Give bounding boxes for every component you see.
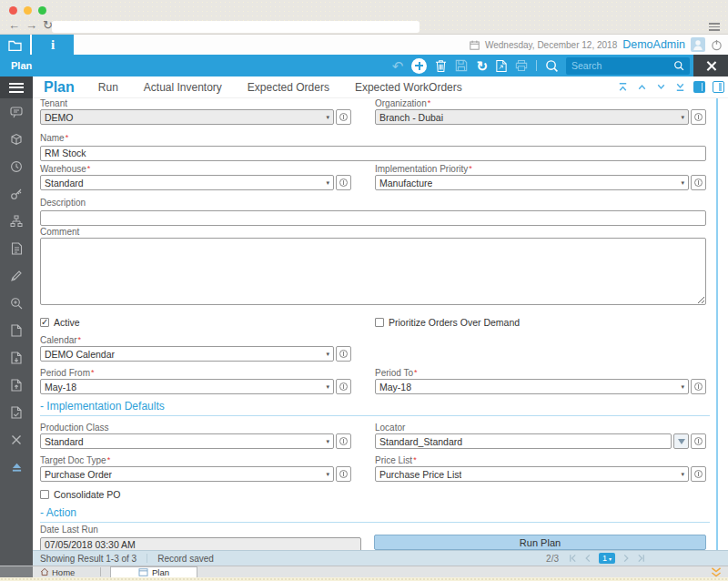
panel-splitter[interactable] <box>716 98 718 550</box>
previous-page-icon[interactable] <box>583 554 592 563</box>
toolbar-search <box>566 57 690 75</box>
implementation-priority-info-button[interactable] <box>691 175 706 190</box>
add-record-icon[interactable] <box>411 58 427 74</box>
locator-input[interactable]: Standard_Standard <box>375 433 672 449</box>
next-page-icon[interactable] <box>622 554 631 563</box>
warehouse-select[interactable]: Standard▾ <box>40 175 334 190</box>
header-date: Wednesday, December 12, 2018 <box>485 40 617 50</box>
period-from-select[interactable]: May-18▾ <box>40 379 334 394</box>
organization-select[interactable]: Branch - Dubai▾ <box>375 109 689 125</box>
locator-dropdown-button[interactable] <box>673 433 689 449</box>
period-to-select[interactable]: May-18▾ <box>375 379 689 394</box>
tenant-info-button[interactable] <box>336 109 351 125</box>
window-close-button[interactable] <box>9 6 17 15</box>
tab-plan-active[interactable]: Plan <box>44 79 75 96</box>
home-tab[interactable]: Home <box>40 566 75 577</box>
dropdown-caret-icon: ▾ <box>681 114 684 121</box>
window-list-tab[interactable] <box>0 35 30 55</box>
user-name[interactable]: DemoAdmin <box>622 38 685 51</box>
file-check-icon[interactable] <box>0 399 33 426</box>
last-page-icon[interactable] <box>637 554 646 563</box>
next-record-icon[interactable] <box>655 81 667 93</box>
run-plan-button[interactable]: Run Plan <box>374 535 706 550</box>
form-view-icon[interactable] <box>693 81 705 93</box>
toolbar-separator <box>536 60 537 71</box>
section-implementation-defaults[interactable]: - Implementation Defaults <box>40 400 710 416</box>
save-icon[interactable] <box>455 59 468 72</box>
last-record-icon[interactable] <box>674 81 686 93</box>
grid-view-icon[interactable] <box>713 81 724 93</box>
field-label: Target Doc Type* <box>40 455 351 465</box>
status-divider <box>147 554 147 563</box>
logout-power-icon[interactable] <box>711 39 723 51</box>
tab-actual-inventory[interactable]: Actual Inventory <box>144 81 222 94</box>
close-window-button[interactable] <box>693 55 728 76</box>
browser-back-button[interactable]: ← <box>8 18 20 32</box>
expand-chevrons-icon[interactable] <box>710 567 723 577</box>
close-icon[interactable] <box>0 426 33 454</box>
home-logo-tab[interactable]: i <box>32 35 74 55</box>
field-label: Tenant* <box>40 98 351 108</box>
production-class-info-button[interactable] <box>336 433 351 449</box>
target-doc-type-info-button[interactable] <box>336 466 351 482</box>
production-class-select[interactable]: Standard▾ <box>40 433 334 449</box>
print-icon[interactable] <box>515 59 528 72</box>
undo-icon[interactable]: ↶ <box>392 59 404 73</box>
window-zoom-button[interactable] <box>38 6 46 15</box>
target-doc-type-select[interactable]: Purchase Order▾ <box>40 466 334 482</box>
name-input[interactable] <box>40 146 706 161</box>
export-file-icon[interactable] <box>496 59 507 73</box>
price-list-info-button[interactable] <box>691 466 706 482</box>
period-from-info-button[interactable] <box>336 379 351 394</box>
history-icon[interactable] <box>0 153 33 180</box>
tab-expected-orders[interactable]: Expected Orders <box>248 81 329 94</box>
package-icon[interactable] <box>0 126 33 153</box>
plan-window-tab[interactable]: Plan <box>110 566 197 577</box>
period-to-info-button[interactable] <box>691 379 706 394</box>
page-select[interactable]: 1▾ <box>599 553 615 564</box>
locator-info-button[interactable] <box>691 433 706 449</box>
advanced-search-icon[interactable] <box>545 59 559 73</box>
consolidate-po-checkbox[interactable] <box>40 490 49 499</box>
tenant-select[interactable]: DEMO▾ <box>40 109 334 125</box>
active-checkbox[interactable] <box>40 318 49 327</box>
delete-icon[interactable] <box>435 59 447 73</box>
field-calendar: Calendar* DEMO Calendar▾ <box>40 335 351 362</box>
file-icon[interactable] <box>0 317 33 344</box>
chat-icon[interactable] <box>0 98 33 126</box>
tab-expected-workorders[interactable]: Expected WorkOrders <box>355 81 462 94</box>
browser-forward-button[interactable]: → <box>25 18 37 32</box>
warehouse-info-button[interactable] <box>336 175 351 190</box>
browser-menu-icon[interactable] <box>709 23 720 33</box>
comment-textarea[interactable] <box>40 238 706 305</box>
price-list-select[interactable]: Purchase Price List▾ <box>375 466 689 482</box>
avatar[interactable] <box>691 37 705 52</box>
record-indicator: 2/3 <box>546 554 559 564</box>
file-export-icon[interactable] <box>0 372 33 399</box>
key-icon[interactable] <box>0 180 33 208</box>
report-icon[interactable] <box>0 235 33 262</box>
address-bar[interactable] <box>52 21 420 33</box>
first-page-icon[interactable] <box>568 554 577 563</box>
search-icon[interactable] <box>668 57 690 75</box>
window-minimize-button[interactable] <box>24 6 32 15</box>
refresh-icon[interactable]: ↻ <box>476 59 488 73</box>
zoom-search-icon[interactable] <box>0 290 33 317</box>
calendar-info-button[interactable] <box>336 346 351 362</box>
user-icon <box>691 37 705 52</box>
prioritize-orders-checkbox[interactable] <box>375 318 384 327</box>
signature-icon[interactable] <box>0 262 33 290</box>
calendar-select[interactable]: DEMO Calendar▾ <box>40 346 334 362</box>
section-action[interactable]: - Action <box>40 506 710 523</box>
eject-icon[interactable] <box>0 454 33 481</box>
menu-icon[interactable] <box>0 76 33 98</box>
first-record-icon[interactable] <box>617 81 629 93</box>
file-import-icon[interactable] <box>0 344 33 372</box>
workflow-icon[interactable] <box>0 208 33 235</box>
tab-run[interactable]: Run <box>98 81 118 94</box>
implementation-priority-select[interactable]: Manufacture▾ <box>375 175 689 190</box>
description-input[interactable] <box>40 210 706 226</box>
organization-info-button[interactable] <box>691 109 706 125</box>
previous-record-icon[interactable] <box>636 81 648 93</box>
search-input[interactable] <box>566 60 668 71</box>
